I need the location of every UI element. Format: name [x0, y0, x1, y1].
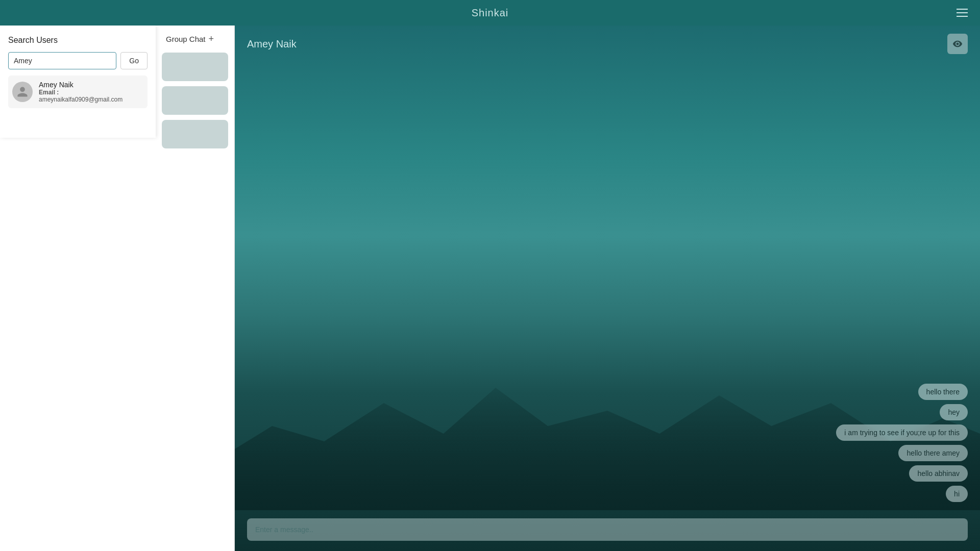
contact-item[interactable]: [162, 120, 228, 148]
search-input[interactable]: [8, 52, 116, 69]
message-bubble: i am trying to see if you;re up for this: [836, 424, 968, 441]
chat-header: Amey Naik: [235, 26, 980, 62]
messages-container: hello there hey i am trying to see if yo…: [235, 62, 980, 512]
group-chat-label: Group Chat: [166, 35, 206, 43]
result-name: Amey Naik: [39, 81, 143, 89]
message-input[interactable]: [247, 518, 968, 541]
view-profile-button[interactable]: [947, 34, 968, 54]
message-bubble: hello there: [918, 384, 968, 400]
result-email-value: ameynaikalfa0909@gmail.com: [39, 96, 122, 103]
message-input-area: [235, 512, 980, 551]
contact-item[interactable]: [162, 86, 228, 115]
result-email-label: Email :: [39, 89, 59, 96]
search-result-item[interactable]: Amey Naik Email : ameynaikalfa0909@gmail…: [8, 76, 148, 108]
group-chat-add-icon[interactable]: +: [209, 34, 214, 44]
search-go-button[interactable]: Go: [120, 52, 148, 69]
contact-list: [156, 53, 234, 148]
message-bubble: hello there amey: [898, 445, 968, 461]
result-info: Amey Naik Email : ameynaikalfa0909@gmail…: [39, 81, 143, 103]
chat-contact-name: Amey Naik: [247, 38, 297, 50]
result-avatar: [12, 82, 33, 102]
main-layout: Search Users Go Amey Naik Email : ameyna…: [0, 26, 980, 551]
group-chat-header: Group Chat +: [156, 26, 234, 53]
contact-item[interactable]: [162, 53, 228, 81]
result-email: Email : ameynaikalfa0909@gmail.com: [39, 89, 143, 103]
app-title: Shinkai: [472, 7, 509, 19]
eye-icon: [952, 39, 963, 49]
search-input-row: Go: [8, 52, 148, 69]
search-panel-title: Search Users: [8, 36, 148, 45]
search-panel: Search Users Go Amey Naik Email : ameyna…: [0, 26, 156, 138]
top-bar: Shinkai: [0, 0, 980, 26]
message-bubble: hi: [946, 486, 968, 502]
sidebar: Search Users Go Amey Naik Email : ameyna…: [0, 26, 235, 551]
chat-area: Amey Naik hello there hey i am trying to…: [235, 26, 980, 551]
message-bubble: hello abhinav: [909, 465, 968, 482]
message-bubble: hey: [940, 404, 968, 420]
menu-icon[interactable]: [957, 9, 968, 17]
